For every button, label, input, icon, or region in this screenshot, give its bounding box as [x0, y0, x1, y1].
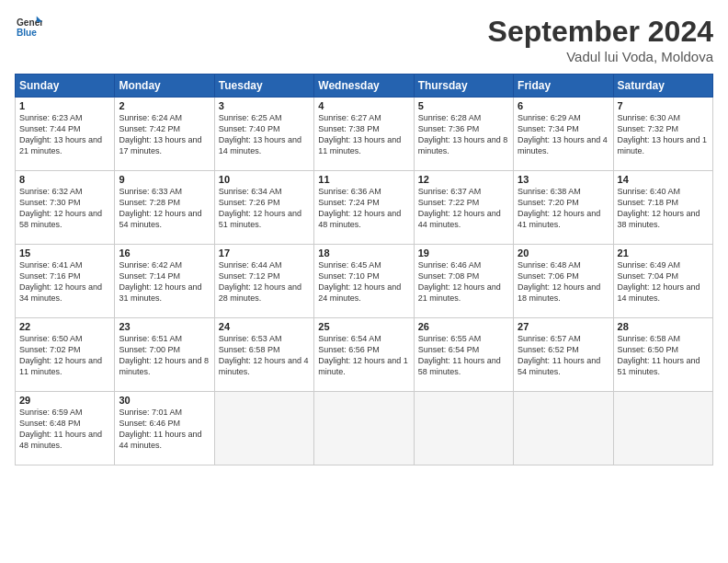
cell-info: Sunrise: 6:42 AMSunset: 7:14 PMDaylight:… — [119, 260, 201, 303]
day-number: 28 — [618, 321, 709, 332]
day-number: 3 — [219, 100, 310, 111]
calendar-cell: 10Sunrise: 6:34 AMSunset: 7:26 PMDayligh… — [214, 171, 313, 245]
cell-info: Sunrise: 6:29 AMSunset: 7:34 PMDaylight:… — [518, 113, 608, 155]
cell-info: Sunrise: 6:49 AMSunset: 7:04 PMDaylight:… — [618, 260, 700, 303]
day-number: 2 — [119, 100, 210, 111]
day-number: 20 — [518, 247, 609, 259]
calendar-cell: 28Sunrise: 6:58 AMSunset: 6:50 PMDayligh… — [613, 318, 712, 392]
day-number: 19 — [418, 247, 509, 259]
cell-info: Sunrise: 6:45 AMSunset: 7:10 PMDaylight:… — [318, 260, 401, 303]
calendar-cell: 6Sunrise: 6:29 AMSunset: 7:34 PMDaylight… — [514, 98, 613, 171]
cell-info: Sunrise: 7:01 AMSunset: 6:46 PMDaylight:… — [119, 408, 201, 450]
cell-info: Sunrise: 6:28 AMSunset: 7:36 PMDaylight:… — [418, 113, 508, 155]
cell-info: Sunrise: 6:37 AMSunset: 7:22 PMDaylight:… — [418, 187, 501, 229]
cell-info: Sunrise: 6:33 AMSunset: 7:28 PMDaylight:… — [119, 187, 201, 229]
day-number: 13 — [518, 174, 609, 185]
day-number: 7 — [618, 100, 709, 111]
day-number: 8 — [19, 174, 110, 185]
day-number: 21 — [618, 247, 709, 259]
day-number: 6 — [518, 100, 609, 111]
cell-info: Sunrise: 6:50 AMSunset: 7:02 PMDaylight:… — [19, 334, 102, 376]
day-number: 5 — [418, 100, 509, 111]
calendar-body: 1Sunrise: 6:23 AMSunset: 7:44 PMDaylight… — [16, 98, 713, 465]
cell-info: Sunrise: 6:53 AMSunset: 6:58 PMDaylight:… — [219, 334, 309, 376]
day-number: 1 — [19, 100, 110, 111]
calendar-cell — [613, 392, 712, 465]
calendar-cell: 4Sunrise: 6:27 AMSunset: 7:38 PMDaylight… — [314, 98, 414, 171]
cell-info: Sunrise: 6:32 AMSunset: 7:30 PMDaylight:… — [19, 187, 102, 229]
col-thursday: Thursday — [414, 75, 513, 98]
calendar-cell: 3Sunrise: 6:25 AMSunset: 7:40 PMDaylight… — [214, 98, 313, 171]
calendar-cell: 14Sunrise: 6:40 AMSunset: 7:18 PMDayligh… — [613, 171, 712, 245]
cell-info: Sunrise: 6:54 AMSunset: 6:56 PMDaylight:… — [318, 334, 408, 376]
title-block: September 2024 Vadul lui Voda, Moldova — [488, 15, 713, 64]
day-number: 22 — [19, 321, 110, 332]
calendar-cell: 26Sunrise: 6:55 AMSunset: 6:54 PMDayligh… — [414, 318, 513, 392]
cell-info: Sunrise: 6:36 AMSunset: 7:24 PMDaylight:… — [318, 187, 401, 229]
day-number: 23 — [119, 321, 210, 332]
calendar-table: Sunday Monday Tuesday Wednesday Thursday… — [15, 74, 713, 465]
calendar-cell: 20Sunrise: 6:48 AMSunset: 7:06 PMDayligh… — [514, 245, 613, 318]
day-number: 24 — [219, 321, 310, 332]
calendar-cell: 17Sunrise: 6:44 AMSunset: 7:12 PMDayligh… — [214, 245, 313, 318]
calendar-cell: 23Sunrise: 6:51 AMSunset: 7:00 PMDayligh… — [115, 318, 214, 392]
calendar-cell: 29Sunrise: 6:59 AMSunset: 6:48 PMDayligh… — [16, 392, 115, 465]
day-number: 14 — [618, 174, 709, 185]
day-number: 26 — [418, 321, 509, 332]
day-number: 29 — [19, 395, 110, 406]
day-number: 10 — [219, 174, 310, 185]
day-number: 11 — [318, 174, 409, 185]
calendar-cell: 19Sunrise: 6:46 AMSunset: 7:08 PMDayligh… — [414, 245, 513, 318]
day-number: 17 — [219, 247, 310, 259]
calendar-cell: 1Sunrise: 6:23 AMSunset: 7:44 PMDaylight… — [16, 98, 115, 171]
cell-info: Sunrise: 6:58 AMSunset: 6:50 PMDaylight:… — [618, 334, 700, 376]
day-number: 25 — [318, 321, 409, 332]
day-number: 27 — [518, 321, 609, 332]
day-number: 15 — [19, 247, 110, 259]
cell-info: Sunrise: 6:48 AMSunset: 7:06 PMDaylight:… — [518, 260, 600, 303]
cell-info: Sunrise: 6:55 AMSunset: 6:54 PMDaylight:… — [418, 334, 501, 376]
calendar-cell: 27Sunrise: 6:57 AMSunset: 6:52 PMDayligh… — [514, 318, 613, 392]
calendar-week-row: 1Sunrise: 6:23 AMSunset: 7:44 PMDaylight… — [16, 98, 713, 171]
calendar-cell: 15Sunrise: 6:41 AMSunset: 7:16 PMDayligh… — [16, 245, 115, 318]
calendar-header-row: Sunday Monday Tuesday Wednesday Thursday… — [16, 75, 713, 98]
calendar-cell: 5Sunrise: 6:28 AMSunset: 7:36 PMDaylight… — [414, 98, 513, 171]
col-monday: Monday — [115, 75, 214, 98]
col-saturday: Saturday — [613, 75, 712, 98]
calendar-week-row: 29Sunrise: 6:59 AMSunset: 6:48 PMDayligh… — [16, 392, 713, 465]
calendar-cell: 2Sunrise: 6:24 AMSunset: 7:42 PMDaylight… — [115, 98, 214, 171]
month-title: September 2024 — [488, 15, 713, 49]
col-friday: Friday — [514, 75, 613, 98]
calendar-cell: 21Sunrise: 6:49 AMSunset: 7:04 PMDayligh… — [613, 245, 712, 318]
calendar-cell: 24Sunrise: 6:53 AMSunset: 6:58 PMDayligh… — [214, 318, 313, 392]
location: Vadul lui Voda, Moldova — [488, 49, 713, 64]
col-wednesday: Wednesday — [314, 75, 414, 98]
col-tuesday: Tuesday — [214, 75, 313, 98]
calendar-cell: 18Sunrise: 6:45 AMSunset: 7:10 PMDayligh… — [314, 245, 414, 318]
calendar-cell: 8Sunrise: 6:32 AMSunset: 7:30 PMDaylight… — [16, 171, 115, 245]
calendar-cell: 30Sunrise: 7:01 AMSunset: 6:46 PMDayligh… — [115, 392, 214, 465]
day-number: 4 — [318, 100, 409, 111]
calendar-cell: 12Sunrise: 6:37 AMSunset: 7:22 PMDayligh… — [414, 171, 513, 245]
cell-info: Sunrise: 6:24 AMSunset: 7:42 PMDaylight:… — [119, 113, 201, 155]
calendar-week-row: 15Sunrise: 6:41 AMSunset: 7:16 PMDayligh… — [16, 245, 713, 318]
cell-info: Sunrise: 6:51 AMSunset: 7:00 PMDaylight:… — [119, 334, 209, 376]
calendar-week-row: 8Sunrise: 6:32 AMSunset: 7:30 PMDaylight… — [16, 171, 713, 245]
day-number: 16 — [119, 247, 210, 259]
cell-info: Sunrise: 6:57 AMSunset: 6:52 PMDaylight:… — [518, 334, 600, 376]
calendar-cell — [214, 392, 313, 465]
calendar-cell: 7Sunrise: 6:30 AMSunset: 7:32 PMDaylight… — [613, 98, 712, 171]
cell-info: Sunrise: 6:41 AMSunset: 7:16 PMDaylight:… — [19, 260, 102, 303]
calendar-cell: 9Sunrise: 6:33 AMSunset: 7:28 PMDaylight… — [115, 171, 214, 245]
calendar-cell: 22Sunrise: 6:50 AMSunset: 7:02 PMDayligh… — [16, 318, 115, 392]
cell-info: Sunrise: 6:34 AMSunset: 7:26 PMDaylight:… — [219, 187, 301, 229]
calendar-cell — [414, 392, 513, 465]
day-number: 18 — [318, 247, 409, 259]
calendar-cell — [514, 392, 613, 465]
cell-info: Sunrise: 6:25 AMSunset: 7:40 PMDaylight:… — [219, 113, 301, 155]
calendar-cell: 16Sunrise: 6:42 AMSunset: 7:14 PMDayligh… — [115, 245, 214, 318]
cell-info: Sunrise: 6:46 AMSunset: 7:08 PMDaylight:… — [418, 260, 501, 303]
calendar-week-row: 22Sunrise: 6:50 AMSunset: 7:02 PMDayligh… — [16, 318, 713, 392]
calendar-cell — [314, 392, 414, 465]
cell-info: Sunrise: 6:44 AMSunset: 7:12 PMDaylight:… — [219, 260, 301, 303]
